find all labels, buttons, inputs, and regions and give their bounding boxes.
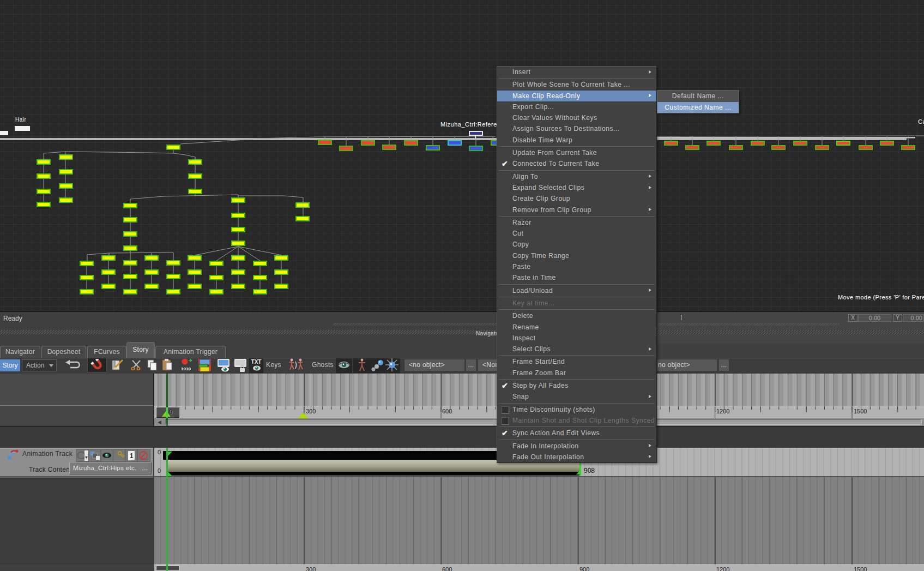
svg-text:1: 1 xyxy=(130,452,134,460)
svg-text:TXT: TXT xyxy=(251,359,262,365)
svg-text:1010: 1010 xyxy=(181,366,191,371)
